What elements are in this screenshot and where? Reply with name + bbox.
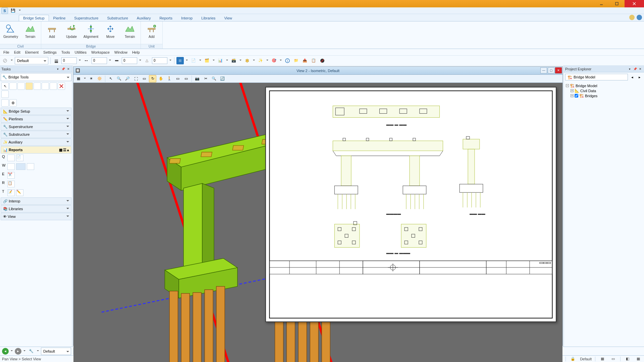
menu-workspace[interactable]: Workspace: [89, 50, 112, 55]
trans-icon[interactable]: [143, 57, 151, 64]
menu-help[interactable]: Help: [130, 50, 142, 55]
terrain2-button[interactable]: Terrain: [120, 23, 139, 43]
task-section-superstructure[interactable]: 🔧 Superstructure: [1, 123, 71, 130]
explorer-menu-icon[interactable]: ▾: [627, 67, 632, 71]
add-button[interactable]: Add: [43, 23, 61, 43]
task-tool-2[interactable]: [9, 82, 17, 90]
tasks-pin-icon[interactable]: 📌: [61, 67, 65, 71]
help-icon[interactable]: [637, 15, 642, 20]
report-r-1[interactable]: 📋: [7, 181, 15, 187]
lineweight-spin[interactable]: 0: [61, 57, 77, 64]
report-e-1[interactable]: ✂️: [7, 172, 15, 179]
vt-1[interactable]: ▦: [75, 75, 82, 82]
task-section-auxiliary[interactable]: ✨ Auxiliary: [1, 138, 71, 146]
trans-spin[interactable]: 0: [152, 57, 167, 64]
app-icon[interactable]: S: [1, 7, 8, 14]
ft1d[interactable]: [36, 350, 40, 352]
tb-group1-icon[interactable]: 📄: [190, 57, 197, 64]
nav-back-drop[interactable]: [10, 350, 13, 352]
minimize-button[interactable]: [594, 0, 609, 7]
tb-info-icon[interactable]: i: [284, 57, 291, 64]
update-button[interactable]: Update: [62, 23, 81, 43]
vt-window-icon[interactable]: ▭: [141, 75, 148, 82]
explorer-tab[interactable]: 🏗️Bridge Model: [565, 74, 628, 80]
move-button[interactable]: Move: [101, 23, 120, 43]
task-tool-4[interactable]: [25, 82, 33, 90]
menu-file[interactable]: File: [1, 50, 11, 55]
nav-fwd-drop[interactable]: [23, 350, 26, 352]
gear-icon[interactable]: ⚙: [9, 99, 17, 107]
add-unit-button[interactable]: Add: [142, 23, 161, 43]
alignment-button[interactable]: Alignment: [82, 23, 100, 43]
status-icon-1[interactable]: ▦: [599, 355, 606, 362]
task-tool-6[interactable]: [42, 82, 49, 90]
ribbon-tab-substructure[interactable]: Substructure: [103, 15, 132, 21]
collapse-icon[interactable]: ▴: [67, 148, 69, 152]
task-tool-9[interactable]: [1, 90, 9, 98]
task-section-view[interactable]: 👁 View: [1, 213, 71, 220]
menu-edit[interactable]: Edit: [12, 50, 22, 55]
ribbon-tab-libraries[interactable]: Libraries: [197, 15, 220, 21]
vt-box2-icon[interactable]: ▭: [182, 75, 190, 82]
tasks-combo[interactable]: 🔧Bridge Tools: [1, 73, 71, 81]
tb-sparkle-icon[interactable]: ✨: [257, 57, 264, 64]
explorer-nav-left[interactable]: ◂: [629, 73, 636, 81]
report-w-2[interactable]: [16, 163, 25, 170]
trans-drop[interactable]: [169, 60, 172, 62]
geometry-button[interactable]: Geometry: [1, 23, 20, 43]
view-maximize-button[interactable]: ▢: [548, 67, 554, 73]
task-tool-5[interactable]: [34, 82, 41, 90]
report-t-1[interactable]: 📝: [7, 189, 15, 196]
ribbon-tab-superstructure[interactable]: Superstructure: [70, 15, 103, 21]
task-section-libraries[interactable]: 📚 Libraries: [1, 205, 71, 213]
task-section-interop[interactable]: 🔗 Interop: [1, 197, 71, 205]
report-w-1[interactable]: [7, 163, 15, 170]
foot-tool1[interactable]: 🔧: [28, 348, 35, 355]
vt-cursor-icon[interactable]: ↖: [107, 75, 114, 82]
expand-icon[interactable]: −: [566, 84, 569, 87]
tasks-menu-icon[interactable]: ▾: [55, 67, 60, 71]
vt-bright-icon[interactable]: 🔆: [96, 75, 103, 82]
status-lock-icon[interactable]: 🔒: [569, 355, 577, 362]
d2[interactable]: [212, 60, 215, 62]
tree-civil-data[interactable]: +📐Civil Data: [566, 88, 642, 93]
vt-zoomin-icon[interactable]: 🔍: [115, 75, 123, 82]
status-icon-3[interactable]: ◧: [624, 355, 631, 362]
linesolid-spin[interactable]: 0: [122, 57, 137, 64]
tb-export-icon[interactable]: 📤: [301, 57, 309, 64]
tasks-close-icon[interactable]: ✕: [66, 67, 71, 71]
expand-icon[interactable]: +: [571, 89, 574, 92]
status-icon-2[interactable]: ▭: [609, 355, 617, 362]
task-tool-10[interactable]: [1, 99, 9, 107]
menu-window[interactable]: Window: [112, 50, 129, 55]
view-minimize-button[interactable]: —: [540, 67, 547, 73]
lineweight-icon[interactable]: [53, 57, 60, 64]
report-q-1[interactable]: [7, 155, 15, 161]
tb-group3-icon[interactable]: 📊: [217, 57, 224, 64]
tb-sheet-icon[interactable]: 📋: [310, 57, 317, 64]
ribbon-tab-interop[interactable]: Interop: [177, 15, 197, 21]
menu-tools[interactable]: Tools: [59, 50, 72, 55]
d3[interactable]: [225, 60, 229, 62]
vt-pan-icon[interactable]: ✋: [157, 75, 165, 82]
linestyle-spin[interactable]: 0: [92, 57, 107, 64]
task-tool-8[interactable]: [58, 82, 65, 90]
task-tool-7[interactable]: [50, 82, 57, 90]
linestyle-icon[interactable]: [83, 57, 90, 64]
d1[interactable]: [199, 60, 202, 62]
view-close-button[interactable]: ✕: [555, 67, 562, 73]
task-section-bridge-setup[interactable]: 📐 Bridge Setup: [1, 108, 71, 115]
level-select[interactable]: Default: [15, 57, 48, 64]
terrain-button[interactable]: Terrain: [21, 23, 40, 43]
tool-none-icon[interactable]: [1, 57, 9, 64]
qat-save-icon[interactable]: 💾: [9, 7, 17, 14]
tb-delete-icon[interactable]: [319, 57, 326, 64]
user-icon[interactable]: [629, 15, 635, 20]
menu-utilities[interactable]: Utilities: [73, 50, 89, 55]
nav-fwd-button[interactable]: ▸: [15, 348, 21, 355]
report-q-2[interactable]: 📄: [16, 155, 23, 161]
tb-cube-drop[interactable]: [185, 60, 189, 62]
explorer-close-icon[interactable]: ✕: [638, 67, 643, 71]
ribbon-tab-pierline[interactable]: Pierline: [49, 15, 70, 21]
maximize-button[interactable]: [609, 0, 625, 7]
